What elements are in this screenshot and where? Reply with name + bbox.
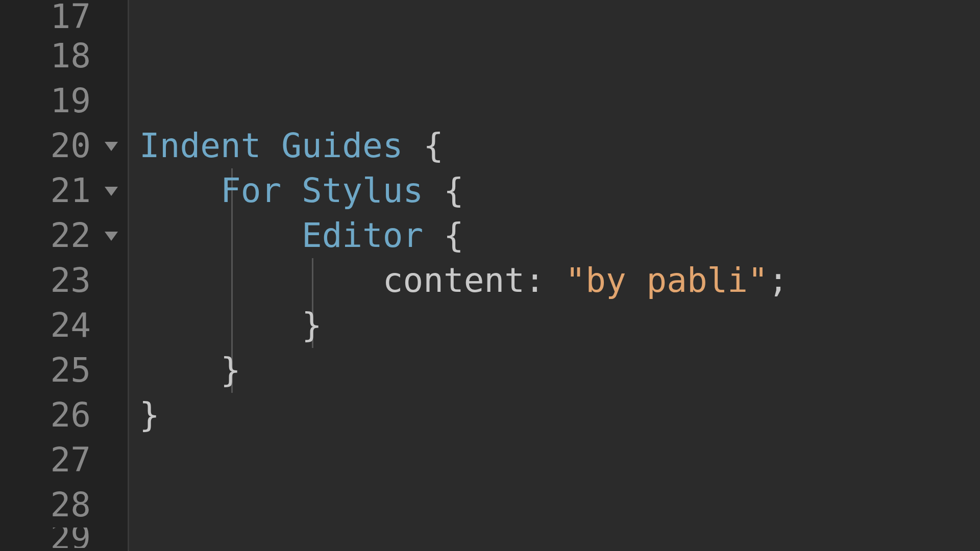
gutter-row: 24 bbox=[0, 303, 128, 348]
gutter-row: 21 bbox=[0, 168, 128, 213]
gutter-row: 27 bbox=[0, 438, 128, 483]
code-area[interactable]: Indent Guides { For Stylus { Editor { co… bbox=[128, 0, 980, 551]
code-line-content bbox=[129, 0, 139, 36]
code-line-content: For Stylus { bbox=[129, 171, 464, 210]
code-token bbox=[139, 216, 302, 255]
code-line-content bbox=[129, 530, 139, 548]
code-line[interactable] bbox=[129, 34, 980, 79]
line-number: 17 bbox=[30, 0, 91, 34]
code-token bbox=[139, 350, 220, 390]
code-token: } bbox=[302, 306, 322, 345]
code-token: } bbox=[220, 350, 241, 390]
gutter-row: 20 bbox=[0, 123, 128, 168]
code-line-content: } bbox=[129, 350, 241, 390]
code-token: { bbox=[444, 216, 464, 255]
code-line[interactable] bbox=[129, 483, 980, 528]
gutter-row: 28 bbox=[0, 483, 128, 528]
code-line[interactable]: Editor { bbox=[129, 213, 980, 258]
code-token: "by pabli" bbox=[565, 261, 768, 300]
code-token bbox=[139, 306, 302, 345]
gutter-row: 29 bbox=[0, 528, 128, 548]
line-number: 23 bbox=[30, 258, 91, 303]
code-line-content bbox=[129, 485, 139, 524]
code-editor: 17181920212223242526272829 Indent Guides… bbox=[0, 0, 980, 551]
gutter-row: 18 bbox=[0, 34, 128, 79]
code-line[interactable]: } bbox=[129, 348, 980, 393]
code-line[interactable] bbox=[129, 438, 980, 483]
gutter-row: 26 bbox=[0, 393, 128, 438]
code-token: content bbox=[383, 261, 525, 300]
svg-marker-1 bbox=[105, 187, 118, 196]
code-line-content: } bbox=[129, 395, 160, 435]
code-line-content: Indent Guides { bbox=[129, 126, 444, 165]
line-number: 25 bbox=[30, 348, 91, 393]
code-line[interactable]: For Stylus { bbox=[129, 168, 980, 213]
line-number: 18 bbox=[30, 34, 91, 79]
line-number: 21 bbox=[30, 168, 91, 213]
svg-marker-0 bbox=[105, 142, 118, 151]
code-line-content bbox=[129, 440, 139, 480]
fold-toggle-slot bbox=[101, 270, 121, 291]
line-number: 19 bbox=[30, 79, 91, 123]
code-line[interactable]: } bbox=[129, 303, 980, 348]
fold-toggle-icon[interactable] bbox=[101, 181, 121, 201]
code-line[interactable]: content: "by pabli"; bbox=[129, 258, 980, 303]
code-token: Editor bbox=[302, 216, 444, 255]
code-token: ; bbox=[768, 261, 789, 300]
fold-toggle-slot bbox=[101, 360, 121, 381]
code-line[interactable] bbox=[129, 79, 980, 123]
fold-toggle-slot bbox=[101, 315, 121, 336]
fold-toggle-slot bbox=[101, 91, 121, 111]
gutter-row: 17 bbox=[0, 0, 128, 34]
gutter-row: 22 bbox=[0, 213, 128, 258]
code-token bbox=[139, 261, 383, 300]
code-token: } bbox=[139, 395, 160, 435]
fold-toggle-slot bbox=[101, 528, 121, 548]
fold-toggle-slot bbox=[101, 495, 121, 515]
gutter-row: 25 bbox=[0, 348, 128, 393]
line-number: 27 bbox=[30, 438, 91, 483]
fold-toggle-slot bbox=[101, 450, 121, 470]
gutter-row: 23 bbox=[0, 258, 128, 303]
code-token: For Stylus bbox=[220, 171, 444, 210]
line-number: 24 bbox=[30, 303, 91, 348]
svg-marker-2 bbox=[105, 232, 118, 241]
gutter-row: 19 bbox=[0, 79, 128, 123]
line-number: 28 bbox=[30, 483, 91, 528]
code-token bbox=[139, 171, 220, 210]
code-line[interactable]: } bbox=[129, 393, 980, 438]
code-line-content: } bbox=[129, 306, 322, 345]
code-line[interactable] bbox=[129, 0, 980, 34]
code-token: { bbox=[444, 171, 464, 210]
line-number: 29 bbox=[30, 528, 91, 548]
fold-toggle-icon[interactable] bbox=[101, 136, 121, 156]
fold-toggle-slot bbox=[101, 46, 121, 66]
fold-toggle-slot bbox=[101, 405, 121, 425]
line-number: 26 bbox=[30, 393, 91, 438]
code-line-content: Editor { bbox=[129, 216, 464, 255]
code-line[interactable]: Indent Guides { bbox=[129, 123, 980, 168]
fold-toggle-icon[interactable] bbox=[101, 226, 121, 246]
code-line-content bbox=[129, 36, 139, 76]
code-line-content: content: "by pabli"; bbox=[129, 261, 789, 300]
fold-toggle-slot bbox=[101, 7, 121, 27]
code-token: { bbox=[423, 126, 444, 165]
code-token: : bbox=[525, 261, 565, 300]
line-number: 22 bbox=[30, 213, 91, 258]
code-line[interactable] bbox=[129, 528, 980, 548]
code-token: Indent Guides bbox=[139, 126, 423, 165]
code-line-content bbox=[129, 81, 139, 120]
line-number: 20 bbox=[30, 123, 91, 168]
gutter: 17181920212223242526272829 bbox=[0, 0, 128, 551]
